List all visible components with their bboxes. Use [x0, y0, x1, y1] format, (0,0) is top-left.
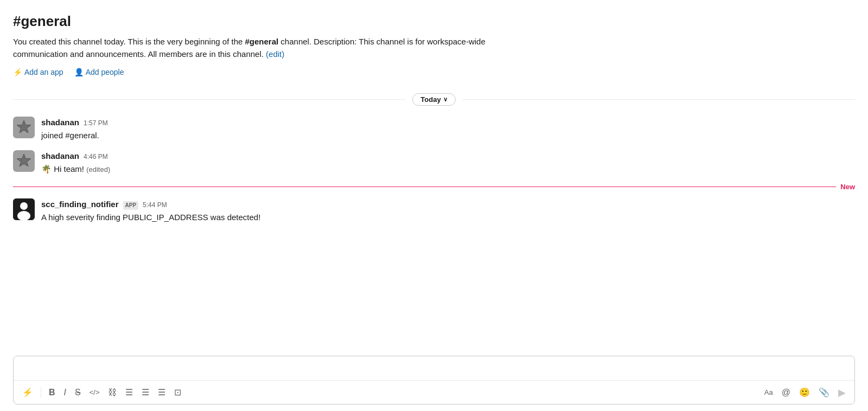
mention-button[interactable]: @: [778, 386, 794, 400]
formatting-button[interactable]: ⊡: [171, 385, 184, 400]
indent-icon: ☰: [158, 387, 165, 397]
send-icon: ▶: [838, 387, 846, 398]
formatting-icon: ⊡: [174, 387, 181, 397]
composer-toolbar: ⚡ B I S </> ⛓ ☰ ☰: [14, 380, 854, 404]
bot-person-icon: [13, 198, 35, 220]
username: shadanan: [41, 117, 79, 129]
bot-username: scc_finding_notifier: [41, 198, 119, 210]
send-button[interactable]: ▶: [835, 384, 849, 401]
svg-marker-1: [17, 154, 31, 166]
channel-description: You created this channel today. This is …: [13, 36, 501, 60]
date-divider: Today ∨: [13, 93, 855, 106]
add-people-label: Add people: [86, 67, 124, 78]
avatar: [13, 150, 35, 172]
add-app-link[interactable]: ⚡ Add an app: [13, 67, 63, 78]
divider-line-right: [462, 99, 855, 100]
message-header: shadanan 1:57 PM: [41, 117, 855, 129]
message-content: scc_finding_notifier APP 5:44 PM A high …: [41, 198, 855, 223]
timestamp: 5:44 PM: [143, 201, 167, 210]
composer-container: ⚡ B I S </> ⛓ ☰ ☰: [13, 356, 855, 404]
bot-avatar: [13, 198, 35, 220]
code-button[interactable]: </>: [86, 386, 103, 399]
channel-header: #general You created this channel today.…: [13, 11, 855, 89]
messages-area: shadanan 1:57 PM joined #general. shadan…: [13, 114, 855, 349]
new-divider-line: [13, 187, 836, 187]
timestamp: 4:46 PM: [84, 152, 108, 162]
channel-actions: ⚡ Add an app 👤 Add people: [13, 67, 855, 78]
edit-link[interactable]: (edit): [266, 49, 284, 59]
description-prefix: You created this channel today. This is …: [13, 37, 245, 46]
divider-line-left: [13, 99, 406, 100]
channel-title: #general: [13, 11, 855, 31]
link-icon: ⛓: [108, 388, 117, 397]
bold-button[interactable]: B: [46, 386, 59, 400]
ordered-list-button[interactable]: ☰: [122, 385, 136, 400]
add-person-icon: 👤: [74, 67, 84, 78]
lightning-icon: ⚡: [13, 67, 22, 78]
strikethrough-icon: S: [75, 388, 81, 397]
attach-icon: 📎: [819, 387, 829, 397]
username: shadanan: [41, 150, 79, 162]
description-channel: #general: [245, 37, 279, 46]
ordered-list-icon: ☰: [125, 387, 133, 397]
edited-label: (edited): [86, 165, 110, 174]
svg-point-3: [20, 202, 28, 210]
attach-button[interactable]: 📎: [815, 385, 833, 400]
message-content: shadanan 4:46 PM 🌴 Hi team! (edited): [41, 150, 855, 175]
text-style-icon: Aa: [764, 388, 773, 396]
toolbar-divider: [41, 387, 41, 398]
message-text: A high severity finding PUBLIC_IP_ADDRES…: [41, 211, 855, 223]
mention-icon: @: [782, 388, 790, 397]
timestamp: 1:57 PM: [84, 119, 108, 129]
lightning-icon: ⚡: [22, 387, 33, 397]
strikethrough-button[interactable]: S: [72, 386, 84, 400]
lightning-button[interactable]: ⚡: [19, 385, 36, 400]
app-badge: APP: [123, 201, 139, 210]
message-header: shadanan 4:46 PM: [41, 150, 855, 162]
indent-button[interactable]: ☰: [155, 385, 169, 400]
message-input[interactable]: [14, 356, 854, 380]
add-people-link[interactable]: 👤 Add people: [74, 67, 124, 78]
message-text: joined #general.: [41, 130, 855, 142]
today-label: Today: [420, 95, 441, 104]
main-container: #general You created this channel today.…: [0, 0, 868, 411]
svg-marker-0: [17, 120, 31, 133]
link-button[interactable]: ⛓: [105, 386, 120, 400]
message-header: scc_finding_notifier APP 5:44 PM: [41, 198, 855, 210]
chevron-down-icon: ∨: [443, 96, 448, 103]
message-group: shadanan 4:46 PM 🌴 Hi team! (edited): [13, 148, 855, 177]
text-style-button[interactable]: Aa: [761, 386, 776, 399]
unordered-list-icon: ☰: [142, 387, 149, 397]
code-icon: </>: [90, 388, 100, 396]
avatar: [13, 117, 35, 138]
emoji-button[interactable]: 🙂: [796, 385, 813, 400]
italic-icon: I: [64, 388, 66, 397]
italic-button[interactable]: I: [61, 386, 69, 400]
message-group: scc_finding_notifier APP 5:44 PM A high …: [13, 196, 855, 226]
star-avatar-icon: [16, 153, 32, 169]
new-label: New: [836, 182, 855, 192]
add-app-label: Add an app: [24, 67, 63, 78]
new-message-divider: New: [13, 182, 855, 192]
message-text: 🌴 Hi team! (edited): [41, 163, 855, 175]
star-avatar-icon: [16, 119, 32, 136]
emoji-icon: 🙂: [799, 387, 810, 397]
unordered-list-button[interactable]: ☰: [138, 385, 152, 400]
today-badge[interactable]: Today ∨: [412, 93, 455, 106]
message-content: shadanan 1:57 PM joined #general.: [41, 117, 855, 142]
message-group: shadanan 1:57 PM joined #general.: [13, 114, 855, 144]
bold-icon: B: [49, 388, 55, 397]
